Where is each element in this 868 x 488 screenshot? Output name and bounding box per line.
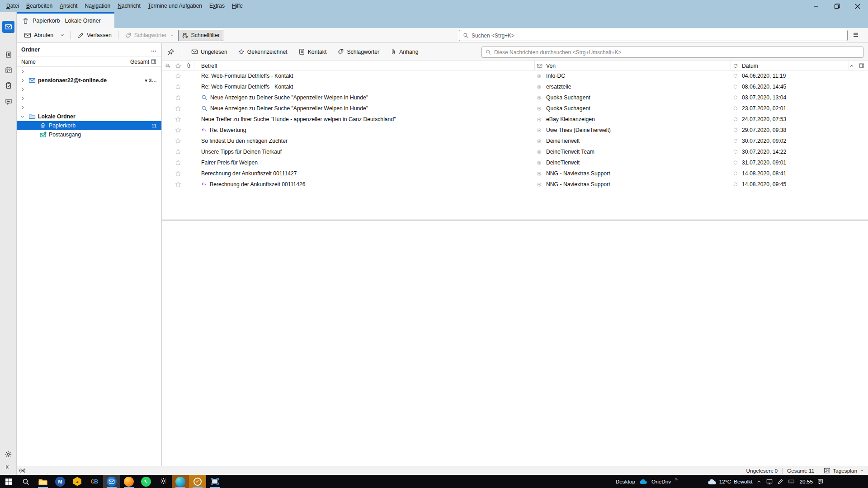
message-row[interactable]: Re: Web-Formular Dethleffs - Kontaktersa… [162,81,868,92]
junk-status-icon[interactable] [537,139,542,144]
star-icon[interactable] [173,127,184,133]
tasks-space-button[interactable] [2,79,14,91]
junk-status-icon[interactable] [537,74,542,79]
notification-center-icon[interactable] [817,479,824,485]
folder-col-name[interactable]: Name [21,59,36,65]
folder-row-papierkorb[interactable]: Papierkorb11 [17,121,161,130]
folder-row-redacted[interactable] [17,67,161,76]
mail-space-button[interactable] [2,21,14,33]
junk-status-icon[interactable] [537,106,542,111]
menu-navigation[interactable]: Navigation [81,0,114,12]
quick-filter-starred-button[interactable]: Gekennzeichnet [238,49,288,55]
sort-ascending-icon[interactable] [849,63,854,69]
touch-keyboard-icon[interactable] [788,479,795,484]
column-picker-icon[interactable] [151,59,157,65]
app-menu-button[interactable] [852,31,859,38]
taskbar-start-button[interactable] [0,475,17,488]
taskbar-m-app-button[interactable]: M [52,475,69,488]
message-row[interactable]: Re: Web-Formular Dethleffs - KontaktInfo… [162,70,868,81]
compose-button[interactable]: Verfassen [74,30,115,41]
attachment-column-icon[interactable] [184,61,194,70]
onedrive-label[interactable]: OneDriv [651,479,671,485]
message-row[interactable]: Berechnung der Ankunftszeit 00111427NNG … [162,168,868,179]
star-icon[interactable] [173,94,184,101]
message-row[interactable]: Neue Anzeigen zu Deiner Suche "Appenzell… [162,103,868,114]
junk-status-icon[interactable] [537,95,542,100]
star-icon[interactable] [173,84,184,90]
message-row[interactable]: Neue Anzeigen zu Deiner Suche "Appenzell… [162,92,868,103]
folder-pane-options-button[interactable]: … [151,47,157,53]
menu-hilfe[interactable]: Hilfe [228,0,246,12]
folder-col-total[interactable]: Gesamt [130,59,149,65]
from-column-header[interactable]: Von [535,61,731,70]
star-icon[interactable] [173,170,184,177]
star-column-icon[interactable] [173,61,184,70]
calendar-space-button[interactable] [2,64,14,76]
menu-ansicht[interactable]: Ansicht [56,0,81,12]
chevron-right-icon[interactable] [19,105,26,110]
thread-column-icon[interactable] [162,61,173,70]
quick-filter-search-input[interactable] [494,49,859,56]
junk-status-icon[interactable] [537,84,542,89]
junk-status-icon[interactable] [537,150,542,155]
restore-button[interactable] [826,0,847,12]
date-column-header[interactable]: Datum [731,61,849,70]
taskbar-hex-app-button[interactable]: ▲ [69,475,86,488]
folder-row-postausgang[interactable]: Postausgang [17,130,161,139]
hidden-icons-chevron[interactable] [756,479,762,484]
menu-nachricht[interactable]: Nachricht [114,0,144,12]
menu-termine-und-aufgaben[interactable]: Termine und Aufgaben [144,0,206,12]
today-pane-toggle[interactable]: 24 Tagesplan [824,467,864,474]
taskbar-whatsapp-button[interactable] [137,475,155,488]
collapse-spaces-button[interactable] [2,461,14,473]
junk-status-icon[interactable] [537,160,542,165]
message-row[interactable]: So findest Du den richtigen ZüchterDeine… [162,136,868,146]
star-icon[interactable] [173,149,184,155]
junk-status-icon[interactable] [537,182,542,187]
column-picker-icon[interactable] [859,63,865,69]
chevron-right-icon[interactable] [19,96,26,101]
menu-bearbeiten[interactable]: Bearbeiten [23,0,56,12]
close-button[interactable] [847,0,868,12]
pane-splitter[interactable] [162,220,868,221]
taskbar-settings-button[interactable] [155,475,172,488]
quick-filter-attachment-button[interactable]: Anhang [390,49,418,55]
chat-space-button[interactable] [2,95,14,108]
quick-filter-contact-button[interactable]: Kontakt [298,48,327,55]
menu-datei[interactable]: Datei [3,0,23,12]
get-messages-button[interactable]: Abrufen [20,29,57,41]
star-icon[interactable] [173,105,184,112]
subject-column-header[interactable]: Betreff [194,61,535,70]
message-row[interactable]: Neue Treffer zu Ihrer Suche "Hunde - app… [162,114,868,125]
message-row[interactable]: Unsere Tipps für Deinen TierkaufDeineTie… [162,146,868,157]
tab-papierkorb[interactable]: Papierkorb - Lokale Ordner [17,12,114,28]
folder-row-redacted[interactable] [17,103,161,112]
taskbar-search-button[interactable] [17,475,34,488]
taskbar-edge-button[interactable] [172,475,189,488]
clock[interactable]: 20:55 [799,479,813,485]
toolbar-overflow-chevrons[interactable]: » [675,477,677,482]
display-network-icon[interactable] [766,479,773,485]
quick-filter-tags-button[interactable]: Schlagwörter [337,48,379,55]
quick-filter-search[interactable] [481,47,863,58]
pen-input-icon[interactable] [777,479,783,485]
global-search[interactable] [459,30,848,41]
chevron-right-icon[interactable] [19,78,26,83]
junk-status-icon[interactable] [537,128,542,133]
taskbar-explorer-button[interactable] [34,475,52,488]
message-row[interactable]: Re: BewertungUwe Thies (DeineTierwelt)29… [162,125,868,136]
folder-row-redacted[interactable] [17,94,161,103]
junk-status-icon[interactable] [537,117,542,122]
message-row[interactable]: Berechnung der Ankunftszeit 00111426NNG … [162,179,868,190]
settings-space-button[interactable] [2,448,14,460]
chevron-right-icon[interactable] [19,69,26,74]
menu-extras[interactable]: Extras [206,0,228,12]
star-icon[interactable] [173,73,184,79]
tags-button[interactable]: Schlagwörter [121,30,178,41]
message-row[interactable]: Fairer Preis für WelpenDeineTierwelt31.0… [162,157,868,168]
get-messages-dropdown[interactable] [57,30,68,40]
pin-icon[interactable] [167,48,175,56]
global-search-input[interactable] [472,33,844,39]
taskbar-check-app-button[interactable]: ✓ [189,475,206,488]
chevron-down-icon[interactable] [19,114,26,119]
